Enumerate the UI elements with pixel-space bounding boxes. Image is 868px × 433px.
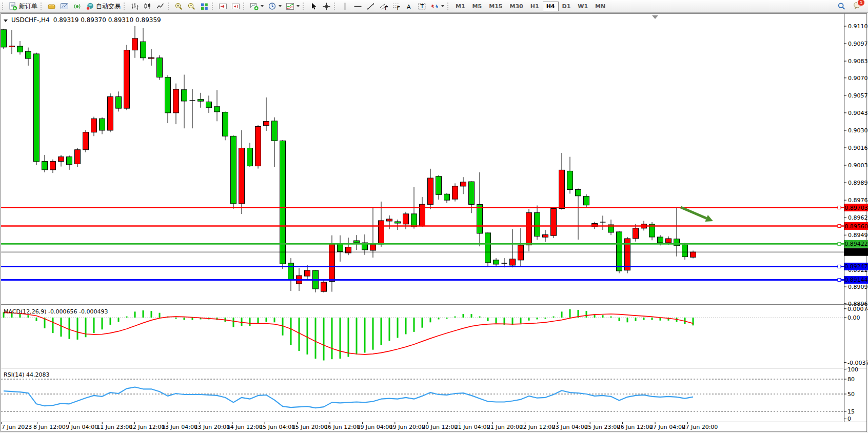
indicators-button[interactable] [284,1,302,12]
chevron-down-icon [297,5,300,7]
notification-badge: 1 [857,0,865,6]
timeframe-h4-button[interactable]: H4 [543,2,559,11]
svg-text:0.00: 0.00 [847,314,860,321]
toolbar-separator [447,3,450,10]
bars-icon [130,2,139,11]
svg-text:0.89144: 0.89144 [844,277,868,283]
metaeditor-button[interactable] [58,1,71,12]
svg-text:9 Jun 04:00: 9 Jun 04:00 [66,424,98,430]
timeframe-d1-button[interactable]: D1 [559,2,575,11]
auto-scroll-button[interactable] [216,1,229,12]
horizontal-line-button[interactable] [351,1,364,12]
svg-text:22 Jun 12:00: 22 Jun 12:00 [519,424,555,430]
svg-text:12 Jun 12:00: 12 Jun 12:00 [129,424,165,430]
svg-text:0.90165: 0.90165 [848,145,868,151]
search-button[interactable] [835,1,848,12]
cursor-button[interactable] [307,1,320,12]
trendline-button[interactable] [364,1,377,12]
zoom-out-icon [187,2,196,11]
svg-text:19 Jun 20:00: 19 Jun 20:00 [389,424,425,430]
svg-text:0.90570: 0.90570 [848,92,868,99]
svg-text:15: 15 [847,408,855,415]
chart-canvas[interactable]: 0.911050.909700.908350.907050.905700.904… [0,13,868,433]
editor-icon [60,2,69,11]
history-center-button[interactable] [45,1,58,12]
candles-icon [143,2,152,11]
timeframe-m5-button[interactable]: M5 [469,2,486,11]
svg-text:0.90300: 0.90300 [848,127,868,134]
line-chart-button[interactable] [154,1,167,12]
text-label-button[interactable]: T [416,1,428,12]
bar-chart-button[interactable] [128,1,141,12]
text-icon: A [405,2,413,11]
svg-text:0.89760: 0.89760 [848,197,868,204]
channel-icon: E [379,2,388,11]
gold-icon [47,2,56,11]
crosshair-button[interactable] [320,1,333,12]
chart-shift-button[interactable] [229,1,242,12]
svg-text:26 Jun 12:00: 26 Jun 12:00 [617,424,653,430]
timeframe-w1-button[interactable]: W1 [574,2,591,11]
svg-text:15 Jun 04:00: 15 Jun 04:00 [259,424,295,430]
svg-text:0.90030: 0.90030 [848,162,868,169]
svg-text:7 Jun 2023: 7 Jun 2023 [2,424,32,430]
autotrade-button[interactable]: 自动交易 [84,1,123,12]
shift-icon [231,2,240,11]
svg-text:19 Jun 04:00: 19 Jun 04:00 [357,424,392,430]
svg-text:0.90970: 0.90970 [848,41,868,47]
hline-icon [353,2,362,11]
channel-button[interactable]: E [377,1,390,12]
timeframe-m15-button[interactable]: M15 [485,2,506,11]
time-axis[interactable]: 7 Jun 20238 Jun 12:009 Jun 04:0011 Jun 2… [2,422,718,430]
svg-text:0.89895: 0.89895 [848,180,868,186]
fibonacci-button[interactable]: F [390,1,403,12]
candle-chart-button[interactable] [141,1,154,12]
svg-text:0.89247: 0.89247 [844,263,868,270]
vertical-line-button[interactable] [339,1,351,12]
toolbar-separator [303,3,306,10]
zoom-out-button[interactable] [185,1,198,12]
svg-text:0.90835: 0.90835 [848,58,868,65]
timeframe-h1-button[interactable]: H1 [527,2,543,11]
svg-text:23 Jun 04:00: 23 Jun 04:00 [552,424,588,430]
timeframe-m1-button[interactable]: M1 [452,2,469,11]
svg-text:80: 80 [847,376,855,383]
toolbar-separator [124,3,127,10]
tile-windows-button[interactable] [198,1,211,12]
chart-frame [1,14,867,432]
svg-text:F: F [397,5,400,11]
new-order-button[interactable]: 新订单 [7,1,40,12]
arrows-button[interactable] [428,1,446,12]
shapes-icon [430,2,439,11]
svg-text:0.89490: 0.89490 [848,232,868,239]
svg-text:11 Jun 23:00: 11 Jun 23:00 [96,424,132,430]
svg-text:0.90705: 0.90705 [848,75,868,82]
timeframe-mn-button[interactable]: MN [591,2,609,11]
chevron-down-icon [279,5,282,7]
svg-text:27 Jun 20:00: 27 Jun 20:00 [682,424,718,430]
svg-text:-0.003781: -0.003781 [847,360,868,366]
indicators-icon [286,2,294,11]
autoscroll-icon [219,2,227,11]
toolbar-right: 1 [835,1,864,12]
timeframe-m30-button[interactable]: M30 [506,2,526,11]
new-chart-button[interactable] [248,1,266,12]
profiles-button[interactable] [266,1,284,12]
trendline-icon [366,2,375,11]
toolbar-separator [243,3,246,10]
signals-button[interactable] [71,1,84,12]
svg-text:0.89703: 0.89703 [844,205,868,211]
svg-text:0.89625: 0.89625 [848,214,868,221]
notifications-button[interactable]: 1 [851,1,864,12]
zoom-in-button[interactable] [172,1,185,12]
svg-text:16 Jun 12:00: 16 Jun 12:00 [324,424,360,430]
search-icon [837,2,846,11]
crosshair-icon [322,2,331,11]
svg-text:27 Jun 04:00: 27 Jun 04:00 [649,424,685,430]
text-button[interactable]: A [403,1,416,12]
new-chart-icon [250,2,259,11]
svg-text:13 Jun 20:00: 13 Jun 20:00 [194,424,230,430]
main-toolbar: 新订单自动交易EFATM1M5M15M30H1H4D1W1MN1 [0,0,868,13]
svg-text:0.89359: 0.89359 [844,249,868,255]
toolbar-separator [334,3,337,10]
